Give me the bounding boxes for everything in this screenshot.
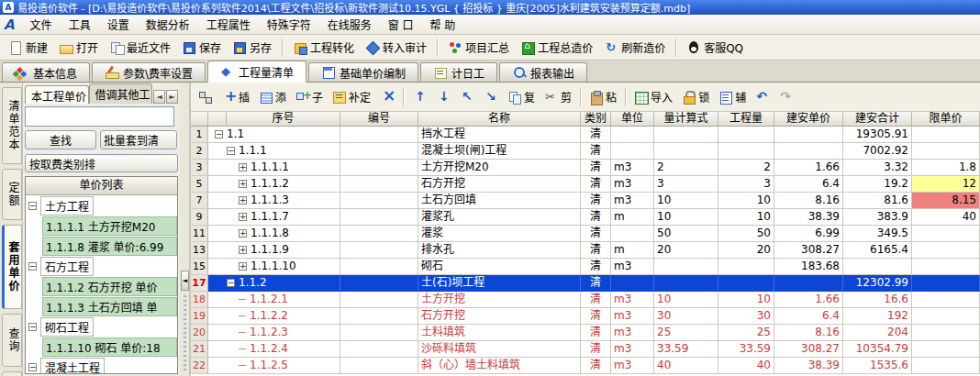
grid-lock-button[interactable]: 锁	[678, 87, 713, 106]
grid-undo-button[interactable]	[752, 88, 774, 106]
side-tab-2[interactable]: 套用单价	[2, 225, 22, 309]
column-header-3[interactable]: 编号	[340, 112, 418, 127]
menu-item-3[interactable]: 数据分析	[138, 15, 198, 34]
table-row[interactable]: 211.1.2.4沙砾料填筑清m333.5933.59308.2710354.7…	[191, 341, 980, 358]
menu-item-8[interactable]: 帮 助	[422, 15, 464, 34]
tab-scroll-left-button[interactable]: ◄	[153, 90, 165, 104]
collapse-icon[interactable]: −	[227, 147, 235, 155]
tab-blue-book[interactable]: 工程量清单	[207, 61, 306, 83]
expand-icon[interactable]: +	[239, 246, 247, 254]
grid-aux-list-button[interactable]: 辅	[715, 87, 750, 106]
toolbar-transform-button[interactable]: 工程转化	[288, 37, 359, 58]
expand-icon[interactable]: +	[239, 262, 247, 271]
collapse-icon[interactable]: −	[28, 202, 37, 210]
column-header-4[interactable]: 名称	[418, 112, 581, 127]
sort-by-fee-category-button[interactable]: 按取费类别排	[25, 154, 178, 172]
menu-item-5[interactable]: 特殊字符	[259, 15, 319, 34]
tree-item[interactable]: 1.1.1.8 灌浆 单价:6.99	[26, 236, 177, 256]
grid-delete-x-button[interactable]	[376, 88, 398, 106]
grid-child-node-button[interactable]: 子	[292, 87, 327, 106]
menu-item-6[interactable]: 在线服务	[319, 15, 380, 34]
grid-excel-import-button[interactable]: 导入	[630, 87, 676, 106]
grid-supp-quota-button[interactable]: 补定	[329, 87, 374, 106]
tree-item[interactable]: 1.1.1.3 土石方回填 单	[26, 296, 177, 316]
expand-icon[interactable]: +	[239, 229, 247, 238]
toolbar-save-button[interactable]: 保存	[177, 37, 226, 58]
table-row[interactable]: 3+1.1.1.1土方开挖M20清m3221.663.321.8	[191, 160, 980, 176]
tab-day-work[interactable]: 计日工	[420, 62, 497, 82]
table-row[interactable]: 181.1.2.1土方开挖清m310101.6616.6	[191, 292, 980, 308]
grid-insert-plus-button[interactable]: 插	[218, 87, 253, 106]
toolbar-total-cost-button[interactable]: 工程总造价	[516, 37, 597, 58]
toolbar-save-as-button[interactable]: 另存	[228, 37, 276, 58]
collapse-icon[interactable]: −	[215, 130, 223, 138]
side-tab-0[interactable]: 清单范本	[2, 87, 22, 164]
menu-item-0[interactable]: 文件	[22, 15, 61, 34]
table-row[interactable]: 15+1.1.1.10砌石清m3183.68	[191, 259, 980, 275]
tree-item[interactable]: 1.1.1.10 砌石 单价:18	[26, 337, 177, 357]
menu-item-7[interactable]: 窗 口	[380, 15, 422, 34]
grid-paste-button[interactable]: 粘	[585, 87, 620, 106]
table-row[interactable]: 9+1.1.1.7灌浆孔清m101038.39383.940	[191, 209, 980, 226]
column-header-8[interactable]: 工程量	[718, 112, 774, 127]
collapse-icon[interactable]: −	[28, 262, 37, 271]
table-row[interactable]: 191.1.2.2石方开挖清m330306.4192	[191, 308, 980, 325]
toolbar-audit-button[interactable]: 转入审计	[361, 37, 431, 58]
table-row[interactable]: 7+1.1.1.3土石方回填清m310108.1681.68.15	[191, 193, 980, 209]
tab-ruler-pencil[interactable]: 参数\费率设置	[92, 62, 206, 82]
collapse-panel-button[interactable]: ◄	[181, 271, 189, 291]
grid-arrow-upleft-button[interactable]	[456, 88, 478, 106]
price-tab-0[interactable]: 本工程单价	[25, 85, 89, 104]
tab-info-diamonds[interactable]: 基本信息	[2, 62, 90, 82]
side-tab-1[interactable]: 定额	[2, 169, 22, 220]
expand-icon[interactable]: +	[239, 196, 247, 205]
table-row[interactable]: 2−1.1.1混凝土坝(闸)工程清7002.92	[191, 143, 980, 160]
column-header-9[interactable]: 建安单价	[774, 112, 843, 127]
column-header-7[interactable]: 量计算式	[654, 112, 718, 127]
side-tab-3[interactable]: 查询	[2, 314, 22, 367]
menu-item-2[interactable]: 设置	[99, 15, 138, 34]
collapse-icon[interactable]: −	[28, 323, 37, 331]
expand-icon[interactable]: +	[239, 213, 247, 221]
toolbar-qq-button[interactable]: 客服QQ	[682, 37, 748, 58]
grid-add-list-button[interactable]: 添	[255, 87, 290, 106]
collapse-icon[interactable]: −	[28, 363, 37, 371]
table-row[interactable]: 13+1.1.1.9排水孔清m2020308.276165.4	[191, 242, 980, 259]
table-row[interactable]: 5+1.1.1.2石方开挖清m3336.419.212	[191, 176, 980, 193]
unit-price-search-input[interactable]	[25, 106, 174, 127]
toolbar-recent-files-button[interactable]: 最近文件	[105, 37, 175, 58]
table-row[interactable]: 17−1.1.2土(石)坝工程清12302.99	[191, 275, 980, 292]
grid-cut-button[interactable]: 剪	[540, 87, 575, 106]
panel-splitter[interactable]: ◄	[180, 83, 190, 376]
toolbar-open-folder-button[interactable]: 打开	[54, 37, 103, 58]
splitter-handle[interactable]	[184, 295, 186, 373]
tree-group[interactable]: −石方工程	[26, 256, 177, 276]
toolbar-new-doc-button[interactable]: 新建	[4, 37, 52, 58]
expand-icon[interactable]: +	[239, 180, 247, 188]
toolbar-refresh-button[interactable]: 刷新造价	[599, 37, 670, 58]
find-button[interactable]: 查找	[25, 130, 96, 149]
collapse-icon[interactable]: −	[227, 279, 235, 287]
column-header-blank[interactable]	[191, 112, 208, 127]
column-header-5[interactable]: 类别	[581, 112, 611, 127]
tree-item[interactable]: 1.1.1.1 土方开挖M20	[26, 216, 177, 236]
table-row[interactable]: 1−1.1挡水工程清19305.91	[191, 127, 980, 143]
grid-copy-button[interactable]: 复	[504, 87, 539, 106]
tree-group[interactable]: −土方工程	[26, 195, 177, 216]
expand-icon[interactable]: +	[239, 163, 247, 171]
menu-item-4[interactable]: 工程属性	[198, 15, 259, 34]
batch-apply-button[interactable]: 批量套到清	[100, 130, 177, 149]
price-tab-1[interactable]: 借调其他工	[89, 83, 153, 104]
column-header-2[interactable]: 序号	[227, 112, 340, 127]
toolbar-summary-button[interactable]: 项目汇总	[443, 37, 514, 58]
table-row[interactable]: 201.1.2.3土料填筑清m325258.16204	[191, 325, 980, 341]
grid-arrow-down-button[interactable]	[432, 88, 454, 106]
tab-report-search[interactable]: 报表输出	[499, 62, 587, 82]
side-tab-4[interactable]: 工	[2, 371, 22, 376]
grid-arrow-downright-button[interactable]	[480, 88, 502, 106]
column-header-11[interactable]: 限单价	[912, 112, 980, 127]
menu-item-1[interactable]: 工具	[61, 15, 99, 34]
column-header-10[interactable]: 建安合计	[843, 112, 912, 127]
column-header-blank[interactable]	[208, 112, 227, 127]
column-header-6[interactable]: 单位	[611, 112, 654, 127]
